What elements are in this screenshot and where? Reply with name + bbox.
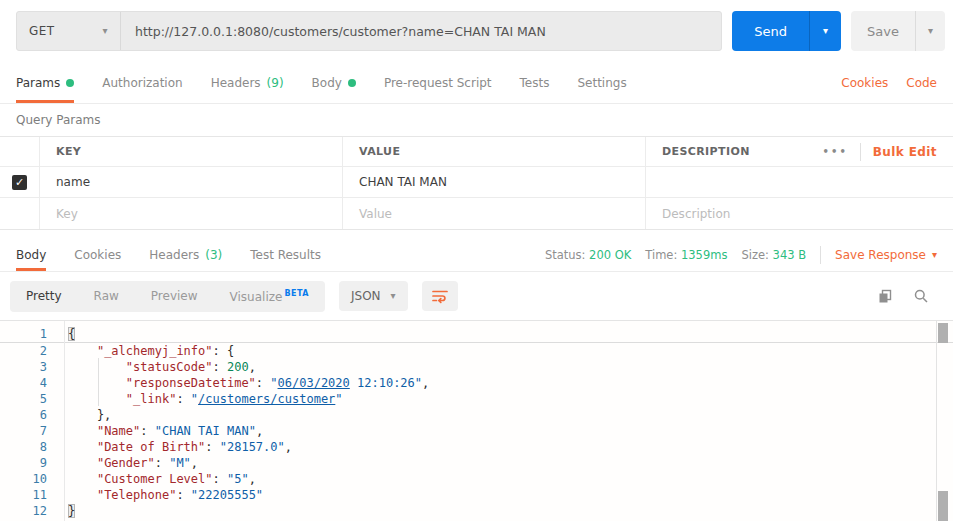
line-number: 7 [0,423,64,439]
tab-label: Authorization [102,76,182,90]
code-line-5: 5 "_link": "/customers/customer" [0,391,953,407]
more-options-icon[interactable]: ••• [823,146,848,157]
green-dot-icon [348,79,356,87]
green-dot-icon [66,79,74,87]
line-number: 10 [0,471,64,487]
send-options-button[interactable]: ▾ [809,11,841,51]
beta-badge: BETA [284,289,309,298]
save-response-button[interactable]: Save Response ▾ [835,248,937,262]
size-badge: Size: 343 B [741,248,806,262]
code-text: "statusCode": 200, [64,359,256,375]
tab-label: Body [16,248,46,262]
save-label: Save [867,24,899,39]
method-select[interactable]: GET ▾ [17,12,121,50]
tab-label: Pre-request Script [384,76,492,90]
wrap-lines-icon [431,288,449,304]
tab-label: Headers [211,76,261,90]
chevron-down-icon: ▾ [823,26,828,36]
tab-label: Params [16,76,60,90]
tab-label: Headers [149,248,199,262]
code-text: "Telephone": "22205555" [64,487,263,503]
tab-response-body[interactable]: Body [16,238,46,271]
tab-body[interactable]: Body [312,62,356,103]
code-text: "Date of Birth": "28157.0", [64,439,292,455]
scrollbar-track [936,321,937,521]
code-line-11: 11 "Telephone": "22205555" [0,487,953,503]
line-number: 6 [0,407,64,423]
tab-response-cookies[interactable]: Cookies [74,238,121,271]
tab-count: (9) [267,76,284,90]
value-column-header: VALUE [343,137,646,166]
format-select[interactable]: JSON ▾ [339,281,408,311]
tab-response-headers[interactable]: Headers (3) [149,238,222,271]
query-params-table: KEY VALUE DESCRIPTION ••• Bulk Edit ✓ na… [0,136,953,230]
mode-raw[interactable]: Raw [78,281,135,312]
row-checkbox-cell [0,198,40,229]
tab-pre-request-script[interactable]: Pre-request Script [384,62,492,103]
tab-tests[interactable]: Tests [520,62,550,103]
code-text: "_alchemyj_info": { [64,343,234,359]
url-input[interactable] [121,12,721,50]
code-text: "Gender": "M", [64,455,198,471]
request-tabs-right: Cookies Code [841,62,937,103]
tab-label: Settings [577,76,626,90]
send-button[interactable]: Send [732,11,809,51]
copy-icon [877,288,893,304]
save-button[interactable]: Save [851,11,915,51]
table-row: ✓ name CHAN TAI MAN [0,167,953,198]
request-tabs: Params Authorization Headers (9) Body Pr… [0,62,953,104]
wrap-lines-button[interactable] [422,281,458,311]
response-body-viewer[interactable]: 1{2 "_alchemyj_info": {3 "statusCode": 2… [0,320,953,521]
line-number: 12 [0,503,64,519]
method-label: GET [29,24,54,38]
save-button-group: Save ▾ [851,11,945,51]
save-response-label: Save Response [835,248,926,262]
description-cell[interactable] [646,167,953,197]
tab-params[interactable]: Params [16,62,74,103]
code-lines: 1{2 "_alchemyj_info": {3 "statusCode": 2… [0,326,953,519]
tab-label: Tests [520,76,550,90]
tab-test-results[interactable]: Test Results [250,238,321,271]
divider [860,143,861,161]
save-options-button[interactable]: ▾ [915,11,945,51]
value-cell[interactable]: CHAN TAI MAN [343,167,646,197]
gutter-divider [64,321,65,521]
key-cell[interactable]: name [40,167,343,197]
code-text: { [64,326,75,342]
response-section: Body Cookies Headers (3) Test Results St… [0,238,953,521]
line-number: 11 [0,487,64,503]
description-cell-placeholder[interactable]: Description [646,198,953,229]
line-number: 2 [0,343,64,359]
tab-settings[interactable]: Settings [577,62,626,103]
format-label: JSON [351,289,381,303]
chevron-down-icon: ▾ [103,26,108,36]
code-line-2: 2 "_alchemyj_info": { [0,343,953,359]
value-cell-placeholder[interactable]: Value [343,198,646,229]
key-cell-placeholder[interactable]: Key [40,198,343,229]
key-column-header: KEY [40,137,343,166]
code-text: "Customer Level": "5", [64,471,256,487]
search-button[interactable] [913,288,929,304]
query-params-title: Query Params [0,104,953,136]
response-view-toolbar: Pretty Raw Preview VisualizeBETA JSON ▾ [0,272,953,320]
tab-headers[interactable]: Headers (9) [211,62,284,103]
code-line-10: 10 "Customer Level": "5", [0,471,953,487]
send-button-group: Send ▾ [732,11,841,51]
send-label: Send [754,24,787,39]
code-line-9: 9 "Gender": "M", [0,455,953,471]
line-number: 3 [0,359,64,375]
mode-visualize[interactable]: VisualizeBETA [214,281,325,312]
code-line-3: 3 "statusCode": 200, [0,359,953,375]
cookies-link[interactable]: Cookies [841,76,888,90]
mode-preview[interactable]: Preview [135,281,214,312]
mode-pretty[interactable]: Pretty [10,281,78,312]
line-number: 1 [0,326,64,342]
scrollbar-thumb[interactable] [938,323,948,343]
tab-authorization[interactable]: Authorization [102,62,182,103]
row-checkbox[interactable]: ✓ [12,175,27,190]
scrollbar-thumb[interactable] [938,491,948,521]
bulk-edit-link[interactable]: Bulk Edit [873,145,937,159]
code-line-7: 7 "Name": "CHAN TAI MAN", [0,423,953,439]
copy-button[interactable] [877,288,893,304]
code-link[interactable]: Code [906,76,937,90]
